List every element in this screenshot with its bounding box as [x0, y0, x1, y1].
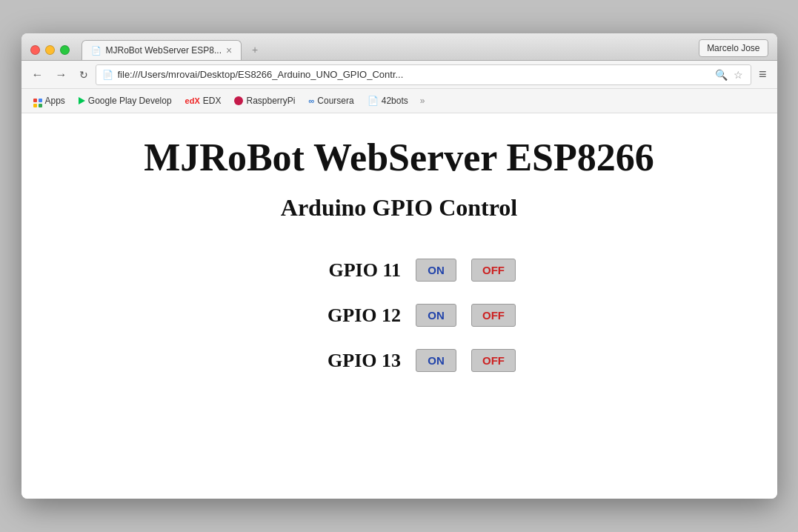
gpio-row-13: GPIO 13 ON OFF	[282, 349, 516, 372]
apps-icon	[33, 94, 42, 107]
edx-icon: edX	[185, 96, 200, 105]
new-tab-button[interactable]: +	[242, 39, 268, 60]
close-button[interactable]	[30, 45, 40, 55]
bookmarks-more-button[interactable]: »	[416, 93, 430, 108]
gpio-11-on-button[interactable]: ON	[416, 259, 456, 282]
user-profile-button[interactable]: Marcelo Jose	[699, 39, 768, 57]
refresh-button[interactable]: ↻	[75, 66, 93, 84]
title-bar: 📄 MJRoBot WebServer ESP8... × + Marcelo …	[21, 33, 777, 61]
play-icon	[79, 97, 85, 104]
gpio-13-label: GPIO 13	[282, 350, 401, 372]
address-actions: 🔍 ☆	[714, 67, 745, 82]
bookmark-coursera-label: Coursera	[317, 96, 353, 106]
tab-active[interactable]: 📄 MJRoBot WebServer ESP8... ×	[82, 40, 242, 60]
tab-close-button[interactable]: ×	[226, 45, 232, 56]
bookmark-button[interactable]: ☆	[732, 67, 745, 82]
gpio-11-label: GPIO 11	[282, 259, 401, 282]
page-content: MJRoBot WebServer ESP8266 Arduino GPIO C…	[21, 113, 777, 499]
bookmark-google-play-label: Google Play Develop	[88, 96, 172, 106]
tab-title: MJRoBot WebServer ESP8...	[106, 45, 222, 56]
search-button[interactable]: 🔍	[714, 67, 729, 82]
bookmark-raspberrypi[interactable]: RaspberryPi	[228, 93, 301, 108]
menu-button[interactable]: ≡	[754, 64, 771, 85]
bookmarks-bar: Apps Google Play Develop edX EDX Raspber…	[21, 89, 777, 113]
bookmark-edx[interactable]: edX EDX	[179, 93, 227, 108]
address-bar[interactable]: 📄 file:///Users/mrovai/Desktop/ES8266_Ar…	[96, 64, 751, 85]
tab-icon: 📄	[91, 46, 102, 56]
title-bar-top: 📄 MJRoBot WebServer ESP8... × + Marcelo …	[21, 33, 777, 60]
gpio-12-off-button[interactable]: OFF	[471, 304, 516, 327]
maximize-button[interactable]	[60, 45, 70, 55]
bookmark-42bots[interactable]: 📄 42bots	[362, 93, 414, 108]
rpi-icon	[234, 96, 243, 105]
page-icon: 📄	[102, 70, 113, 80]
bookmark-42bots-label: 42bots	[382, 96, 408, 106]
window-controls	[30, 45, 70, 55]
browser-window: 📄 MJRoBot WebServer ESP8... × + Marcelo …	[21, 33, 777, 499]
bookmark-edx-label: EDX	[203, 96, 222, 106]
page-title: MJRoBot WebServer ESP8266	[144, 136, 654, 179]
coursera-icon: ∞	[309, 96, 315, 105]
bookmark-apps-label: Apps	[45, 96, 65, 106]
file-icon: 📄	[368, 96, 379, 106]
gpio-13-off-button[interactable]: OFF	[471, 349, 516, 372]
forward-button[interactable]: →	[51, 65, 72, 84]
gpio-12-on-button[interactable]: ON	[416, 304, 456, 327]
minimize-button[interactable]	[45, 45, 55, 55]
bookmark-google-play[interactable]: Google Play Develop	[73, 93, 178, 108]
gpio-11-off-button[interactable]: OFF	[471, 259, 516, 282]
page-subtitle: Arduino GPIO Control	[281, 194, 517, 222]
address-text: file:///Users/mrovai/Desktop/ES8266_Ardu…	[118, 69, 709, 80]
tabs-row: 📄 MJRoBot WebServer ESP8... × +	[82, 39, 768, 60]
gpio-row-11: GPIO 11 ON OFF	[282, 259, 516, 282]
bookmark-coursera[interactable]: ∞ Coursera	[303, 93, 360, 108]
bookmark-apps[interactable]: Apps	[27, 92, 71, 110]
gpio-row-12: GPIO 12 ON OFF	[282, 304, 516, 327]
bookmark-raspberrypi-label: RaspberryPi	[246, 96, 295, 106]
gpio-13-on-button[interactable]: ON	[416, 349, 456, 372]
gpio-12-label: GPIO 12	[282, 305, 401, 327]
back-button[interactable]: ←	[27, 65, 48, 84]
nav-bar: ← → ↻ 📄 file:///Users/mrovai/Desktop/ES8…	[21, 61, 777, 89]
